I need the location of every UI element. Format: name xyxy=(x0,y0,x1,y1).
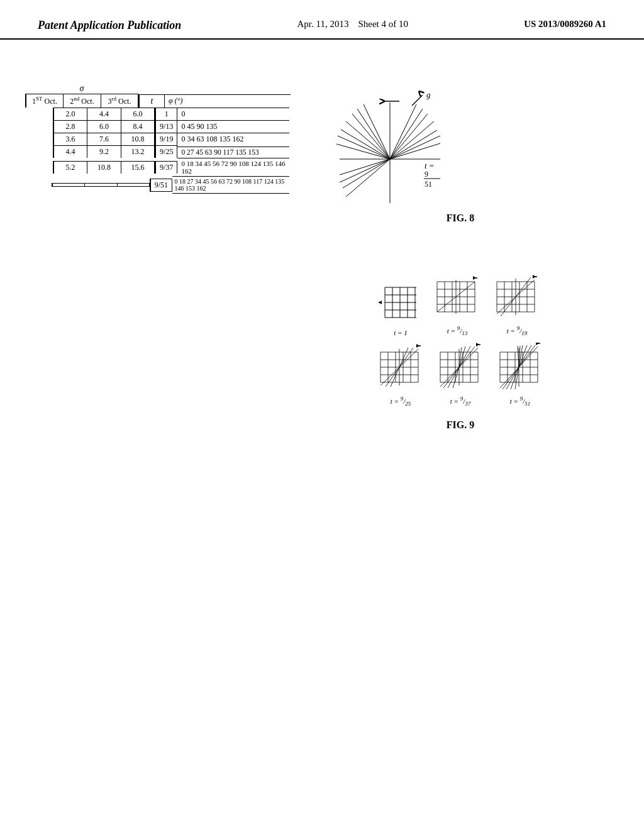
fig9-label: FIG. 9 xyxy=(302,419,619,431)
fig9-t1-item: t = 1 xyxy=(379,281,423,336)
fig9-t919-item: t = 9/19 xyxy=(492,272,542,336)
table-body: 2.0 4.4 6.0 1 0 2.8 6.0 8.4 9/13 0 45 90… xyxy=(25,108,289,194)
table-area: σ 1ST Oct. 2nd Oct. 3rd Oct. xyxy=(25,58,289,794)
main-content: σ 1ST Oct. 2nd Oct. 3rd Oct. xyxy=(0,40,644,813)
fig8-svg: g t = 9 51 xyxy=(302,71,478,209)
fig9-t919-svg xyxy=(492,272,542,323)
fig9-t925-item: t = 9/25 xyxy=(375,343,426,407)
fig9-t937-svg xyxy=(435,343,486,393)
svg-line-7 xyxy=(390,121,434,159)
publication-date-sheet: Apr. 11, 2013 Sheet 4 of 10 xyxy=(297,19,408,30)
fig9-t951-label: t = 9/51 xyxy=(510,396,531,407)
fig9-t937-item: t = 9/37 xyxy=(435,343,486,407)
fig8-t-label: t = xyxy=(425,161,435,170)
fig9-t925-svg xyxy=(375,343,426,393)
fig9-t919-label: t = 9/19 xyxy=(507,325,528,336)
fig9-top-row: t = 1 xyxy=(302,272,619,336)
fig9-title: FIG. 9 xyxy=(447,419,474,430)
phi-label-header: φ (°) xyxy=(165,95,291,108)
publication-title: Patent Application Publication xyxy=(38,19,181,32)
table-row: 2.0 4.4 6.0 1 0 xyxy=(25,108,289,120)
fig9-t1-svg xyxy=(379,281,423,325)
fig8-area: g t = 9 51 FIG. 8 xyxy=(302,71,619,260)
svg-line-134 xyxy=(511,367,519,389)
table-row: 9/51 0 18 27 34 45 56 63 72 90 108 117 1… xyxy=(25,176,289,194)
fig8-title: FIG. 8 xyxy=(447,213,474,223)
fig9-t913-item: t = 9/13 xyxy=(432,272,482,336)
svg-line-82 xyxy=(399,349,418,367)
svg-line-108 xyxy=(448,367,459,388)
table-row: 4.4 9.2 13.2 9/25 0 27 45 63 90 117 135 … xyxy=(25,145,289,158)
fig9-bottom-row: t = 9/25 xyxy=(302,343,619,407)
svg-line-20 xyxy=(412,95,423,106)
svg-line-8 xyxy=(346,159,390,197)
diagrams-area: g t = 9 51 FIG. 8 xyxy=(302,58,619,794)
svg-line-87 xyxy=(391,367,399,387)
svg-line-6 xyxy=(343,159,390,188)
svg-line-84 xyxy=(399,348,413,367)
fig9-t913-svg xyxy=(432,272,482,323)
fig9-t925-label: t = 9/25 xyxy=(391,396,411,407)
svg-line-1 xyxy=(390,143,440,159)
svg-line-130 xyxy=(502,367,519,389)
col2-header: 2nd Oct. xyxy=(63,94,101,108)
svg-marker-34 xyxy=(379,301,382,304)
fig9-area: t = 1 xyxy=(302,272,619,431)
fig9-t913-label: t = 9/13 xyxy=(447,325,468,336)
fig9-t951-svg xyxy=(495,343,545,393)
col1-header: 1ST Oct. xyxy=(25,94,63,108)
svg-line-86 xyxy=(399,348,408,367)
col3-header: 3rd Oct. xyxy=(101,94,138,108)
fig8-t-frac-den: 51 xyxy=(425,180,432,189)
publication-date: Apr. 11, 2013 xyxy=(297,19,348,29)
svg-line-2 xyxy=(340,159,390,175)
svg-line-4 xyxy=(340,159,390,182)
fig9-t937-label: t = 9/37 xyxy=(450,396,471,407)
sheet-info: Sheet 4 of 10 xyxy=(358,19,408,29)
patent-number: US 2013/0089260 A1 xyxy=(524,19,606,30)
fig8-label: FIG. 8 xyxy=(302,213,619,224)
svg-line-66 xyxy=(501,297,516,316)
g-label: g xyxy=(426,90,431,99)
fig8-t-frac-num: 9 xyxy=(425,170,428,179)
page-header: Patent Application Publication Apr. 11, … xyxy=(0,0,644,40)
sigma-label: σ xyxy=(80,84,84,94)
svg-line-64 xyxy=(497,297,516,314)
fig9-t1-label: t = 1 xyxy=(394,329,407,336)
svg-line-107 xyxy=(459,346,470,367)
svg-line-16 xyxy=(346,121,390,159)
svg-line-65 xyxy=(516,277,531,297)
svg-line-63 xyxy=(516,280,535,297)
table-row: 2.8 6.0 8.4 9/13 0 45 90 135 xyxy=(25,120,289,133)
svg-line-106 xyxy=(443,367,459,388)
table-row: 3.6 7.6 10.8 9/19 0 34 63 108 135 162 xyxy=(25,133,289,145)
svg-line-85 xyxy=(386,367,399,387)
table-row: 5.2 10.8 15.6 9/37 0 18 34 45 56 72 90 1… xyxy=(25,158,289,176)
t-label-header: t xyxy=(140,95,165,108)
svg-line-83 xyxy=(380,367,399,385)
fig9-t951-item: t = 9/51 xyxy=(495,343,545,407)
svg-line-129 xyxy=(519,345,535,367)
